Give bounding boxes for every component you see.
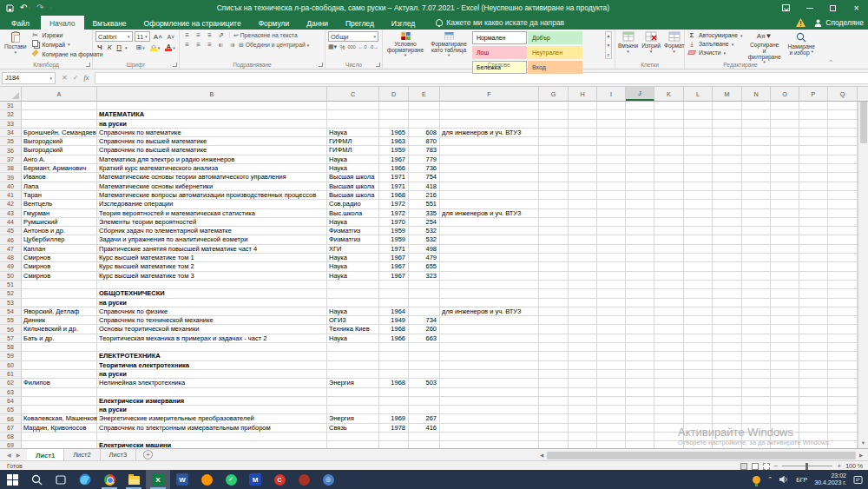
- cell[interactable]: [713, 272, 742, 281]
- cell[interactable]: [654, 235, 684, 244]
- cell[interactable]: [626, 164, 654, 173]
- cell[interactable]: Иванов: [22, 173, 97, 182]
- cell[interactable]: [828, 200, 858, 208]
- dialog-launcher-icon[interactable]: [86, 63, 90, 67]
- row-header-46[interactable]: 46: [0, 235, 22, 244]
- cell[interactable]: [684, 334, 713, 343]
- cell[interactable]: [654, 316, 684, 325]
- zoom-out-icon[interactable]: −: [774, 462, 779, 470]
- cell[interactable]: [771, 129, 799, 137]
- cell[interactable]: [654, 334, 684, 343]
- blue-round-app-icon[interactable]: ◎: [316, 470, 340, 489]
- cell[interactable]: [713, 361, 742, 370]
- cell[interactable]: Смирнов: [22, 254, 97, 262]
- cell[interactable]: [409, 397, 440, 406]
- cell[interactable]: [539, 441, 569, 448]
- cell[interactable]: [771, 388, 799, 397]
- cell[interactable]: [440, 334, 539, 343]
- wrap-text-button[interactable]: ↩Пренасяне на текста: [233, 32, 298, 39]
- row-header-38[interactable]: 38: [0, 164, 22, 173]
- cell[interactable]: Основы теоритической механики: [97, 325, 327, 334]
- cell[interactable]: [684, 254, 713, 262]
- cell[interactable]: [799, 182, 828, 191]
- cell[interactable]: [440, 146, 539, 155]
- cell[interactable]: [828, 281, 858, 289]
- accounting-format-icon[interactable]: ▦▾: [328, 43, 337, 50]
- tell-me-box[interactable]: Кажете ми какво искате да направ: [436, 16, 564, 30]
- cell[interactable]: [713, 388, 742, 397]
- cell[interactable]: [742, 289, 771, 298]
- cell[interactable]: [440, 370, 539, 379]
- cell[interactable]: [799, 289, 828, 298]
- tab-преглед[interactable]: Преглед: [337, 16, 383, 30]
- cell[interactable]: [440, 424, 539, 433]
- cell[interactable]: [742, 325, 771, 334]
- number-format-select[interactable]: Общи▾: [328, 31, 378, 42]
- cell[interactable]: [379, 433, 409, 441]
- cell[interactable]: [799, 352, 828, 360]
- cell[interactable]: [654, 388, 684, 397]
- cell[interactable]: 1971: [379, 173, 409, 182]
- cell[interactable]: Высшая школа: [327, 173, 379, 182]
- cell[interactable]: [742, 316, 771, 325]
- column-header-B[interactable]: B: [97, 87, 327, 101]
- cell[interactable]: [440, 361, 539, 370]
- cell[interactable]: [626, 200, 654, 208]
- cell[interactable]: [409, 441, 440, 448]
- cell[interactable]: [654, 370, 684, 379]
- cell[interactable]: [409, 102, 440, 110]
- row-header-34[interactable]: 34: [0, 129, 22, 137]
- cell[interactable]: [713, 397, 742, 406]
- cell[interactable]: [771, 433, 799, 441]
- hidden-icons-chevron[interactable]: ⌃: [767, 476, 773, 483]
- cell[interactable]: [742, 129, 771, 137]
- cell[interactable]: на руски: [97, 120, 327, 129]
- cell[interactable]: [742, 209, 771, 218]
- cell[interactable]: [569, 397, 597, 406]
- cell[interactable]: Динник: [22, 316, 97, 325]
- cell[interactable]: [597, 352, 626, 360]
- cell[interactable]: Каплан: [22, 245, 97, 254]
- cell[interactable]: [440, 397, 539, 406]
- cell[interactable]: [654, 254, 684, 262]
- cell[interactable]: [626, 137, 654, 146]
- row-header-65[interactable]: 65: [0, 406, 22, 414]
- tab-вмъкване[interactable]: Вмъкване: [84, 16, 135, 30]
- cell[interactable]: [684, 164, 713, 173]
- cell[interactable]: [684, 325, 713, 334]
- cell[interactable]: [569, 361, 597, 370]
- bold-button[interactable]: Ч: [95, 43, 104, 51]
- cell[interactable]: [713, 370, 742, 379]
- notification-center-icon[interactable]: [853, 475, 863, 485]
- save-button[interactable]: [6, 4, 14, 12]
- cell[interactable]: [626, 397, 654, 406]
- cell[interactable]: [539, 245, 569, 254]
- cell[interactable]: [684, 433, 713, 441]
- cell[interactable]: [539, 289, 569, 298]
- cell[interactable]: [327, 110, 379, 119]
- cell[interactable]: [742, 102, 771, 110]
- cell[interactable]: [379, 289, 409, 298]
- cell[interactable]: [597, 441, 626, 448]
- cell[interactable]: [626, 299, 654, 307]
- cell[interactable]: МАТЕМАТИКА: [97, 110, 327, 119]
- cell[interactable]: [799, 209, 828, 218]
- cell[interactable]: [539, 352, 569, 360]
- cell[interactable]: [654, 379, 684, 387]
- cell[interactable]: [828, 433, 858, 441]
- row-header-49[interactable]: 49: [0, 262, 22, 271]
- cell[interactable]: [569, 406, 597, 414]
- row-header-35[interactable]: 35: [0, 137, 22, 146]
- cell[interactable]: [684, 361, 713, 370]
- cell[interactable]: [828, 272, 858, 281]
- cell[interactable]: [771, 120, 799, 129]
- delete-cells-button[interactable]: Изтрий▾: [641, 31, 661, 53]
- column-header-O[interactable]: O: [771, 87, 799, 101]
- cell[interactable]: [569, 388, 597, 397]
- cell[interactable]: Бермант, Арманович: [22, 164, 97, 173]
- cell[interactable]: 1968: [379, 191, 409, 200]
- cell[interactable]: [626, 110, 654, 119]
- cell[interactable]: [654, 414, 684, 423]
- cell[interactable]: [97, 388, 327, 397]
- cell[interactable]: [799, 424, 828, 433]
